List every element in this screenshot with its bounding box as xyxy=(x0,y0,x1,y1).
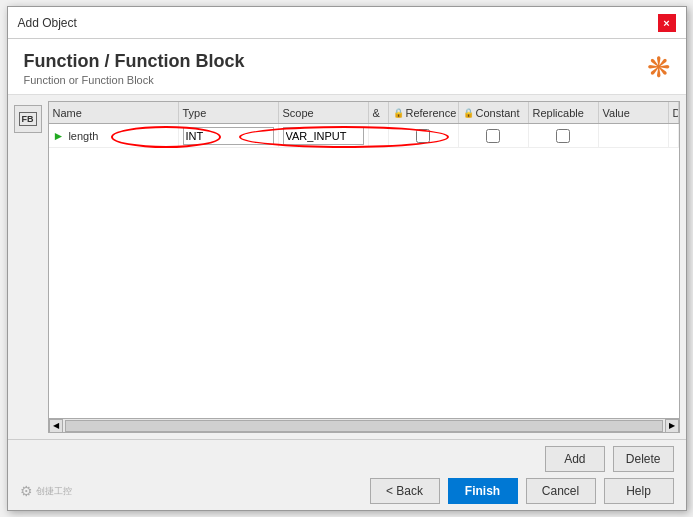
cell-scope[interactable] xyxy=(279,124,369,147)
close-button[interactable]: × xyxy=(658,14,676,32)
lock-icon-reference: 🔒 xyxy=(393,108,404,118)
add-object-dialog: Add Object × Function / Function Block F… xyxy=(7,6,687,511)
add-button[interactable]: Add xyxy=(545,446,605,472)
col-header-reference: 🔒 Reference xyxy=(389,102,459,123)
finish-button[interactable]: Finish xyxy=(448,478,518,504)
dialog-header: Function / Function Block Function or Fu… xyxy=(8,39,686,95)
cell-desc xyxy=(669,124,679,147)
delete-button[interactable]: Delete xyxy=(613,446,674,472)
watermark-text: 创捷工控 xyxy=(36,485,72,498)
footer-nav-buttons: < Back Finish Cancel Help xyxy=(370,478,674,504)
footer-nav-row: ⚙ 创捷工控 < Back Finish Cancel Help xyxy=(20,478,674,504)
constant-checkbox[interactable] xyxy=(486,129,500,143)
table-row: ► length xyxy=(49,124,679,148)
left-toolbar: FB xyxy=(14,101,42,433)
dialog-icon: ❋ xyxy=(647,51,670,84)
cancel-button[interactable]: Cancel xyxy=(526,478,596,504)
reference-checkbox[interactable] xyxy=(416,129,430,143)
table-header: Name Type Scope & 🔒 Reference 🔒 Consta xyxy=(49,102,679,124)
col-header-value: Value xyxy=(599,102,669,123)
cell-name: ► length xyxy=(49,124,179,147)
cell-value xyxy=(599,124,669,147)
name-value: length xyxy=(68,130,98,142)
fb-icon: FB xyxy=(19,112,37,126)
cell-amp xyxy=(369,124,389,147)
col-header-type: Type xyxy=(179,102,279,123)
dialog-footer: Add Delete ⚙ 创捷工控 < Back Finish Cancel H… xyxy=(8,439,686,510)
horizontal-scrollbar-area: ◀ ▶ xyxy=(49,418,679,432)
dialog-subheading: Function or Function Block xyxy=(24,74,245,86)
back-button[interactable]: < Back xyxy=(370,478,440,504)
dialog-body: FB Name Type Scope & 🔒 xyxy=(8,95,686,439)
footer-action-row: Add Delete xyxy=(20,446,674,472)
dialog-header-text: Function / Function Block Function or Fu… xyxy=(24,51,245,86)
dialog-heading: Function / Function Block xyxy=(24,51,245,72)
type-input[interactable] xyxy=(183,127,274,145)
row-arrow-icon: ► xyxy=(53,129,65,143)
cell-constant[interactable] xyxy=(459,124,529,147)
col-header-scope: Scope xyxy=(279,102,369,123)
cell-replicable[interactable] xyxy=(529,124,599,147)
lock-icon-constant: 🔒 xyxy=(463,108,474,118)
watermark-icon: ⚙ xyxy=(20,483,33,499)
col-header-desc: De xyxy=(669,102,679,123)
title-bar: Add Object × xyxy=(8,7,686,39)
help-button[interactable]: Help xyxy=(604,478,674,504)
replicable-checkbox[interactable] xyxy=(556,129,570,143)
col-header-amp: & xyxy=(369,102,389,123)
scope-input[interactable] xyxy=(283,127,364,145)
horizontal-scrollbar[interactable] xyxy=(65,420,663,432)
cell-type[interactable] xyxy=(179,124,279,147)
fb-toolbar-button[interactable]: FB xyxy=(14,105,42,133)
col-header-name: Name xyxy=(49,102,179,123)
scroll-left-button[interactable]: ◀ xyxy=(49,419,63,433)
watermark: ⚙ 创捷工控 xyxy=(20,483,72,499)
scroll-right-button[interactable]: ▶ xyxy=(665,419,679,433)
table-area: Name Type Scope & 🔒 Reference 🔒 Consta xyxy=(48,101,680,433)
cell-reference[interactable] xyxy=(389,124,459,147)
col-header-replicable: Replicable xyxy=(529,102,599,123)
dialog-title: Add Object xyxy=(18,16,77,30)
table-body: ► length xyxy=(49,124,679,418)
col-header-constant: 🔒 Constant xyxy=(459,102,529,123)
